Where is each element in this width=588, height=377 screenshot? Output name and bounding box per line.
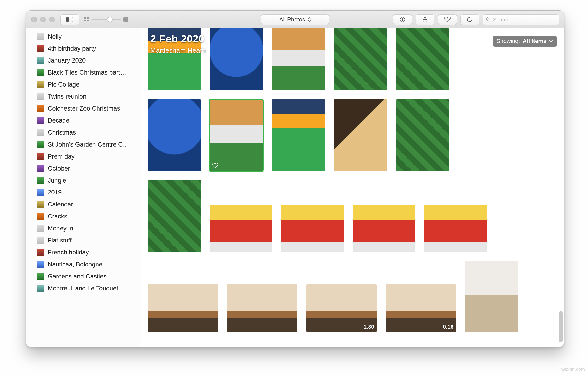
photo-thumbnail[interactable]	[227, 284, 297, 332]
sidebar-item-label: Christmas	[48, 127, 76, 138]
sidebar-item[interactable]: French holiday	[26, 246, 141, 258]
rotate-icon	[467, 17, 473, 22]
sidebar-item-label: Decade	[48, 115, 69, 126]
sidebar-item-label: St John's Garden Centre C…	[48, 139, 129, 150]
album-thumb-icon	[37, 33, 44, 40]
svg-rect-1	[67, 17, 69, 22]
photo-thumbnail-selected[interactable]	[210, 99, 263, 171]
album-thumb-icon	[37, 273, 44, 280]
album-thumb-icon	[37, 45, 44, 52]
album-thumb-icon	[37, 69, 44, 76]
sidebar-item[interactable]: Nauticaa, Bolongne	[26, 258, 141, 270]
video-duration: 0:16	[443, 324, 453, 330]
sidebar-item[interactable]: St John's Garden Centre C…	[26, 138, 141, 150]
grid-large-icon	[123, 17, 128, 22]
fullscreen-window-button[interactable]	[49, 17, 55, 22]
video-duration: 1:30	[364, 324, 374, 330]
gallery: 1:300:16	[141, 28, 564, 342]
toggle-sidebar-button[interactable]	[60, 14, 79, 25]
photo-thumbnail[interactable]: 0:16	[386, 284, 456, 332]
info-icon	[400, 17, 405, 22]
sidebar-item[interactable]: Gardens and Castles	[26, 270, 141, 282]
sidebar-item[interactable]: Prem day	[26, 150, 141, 162]
chevron-down-icon	[549, 40, 553, 42]
search-field[interactable]	[483, 14, 559, 25]
thumbnail-size-control	[84, 17, 128, 22]
minimize-window-button[interactable]	[40, 17, 46, 22]
moment-header: 2 Feb 2020 Martlesham Heath	[150, 33, 206, 54]
scrollbar-thumb[interactable]	[559, 311, 563, 342]
sidebar-item-label: January 2020	[48, 55, 86, 66]
photo-thumbnail[interactable]	[396, 99, 449, 171]
sidebar-item[interactable]: Twins reunion	[26, 90, 141, 102]
sidebar-item[interactable]: Pic Collage	[26, 78, 141, 90]
sidebar-item[interactable]: Nelly	[26, 31, 141, 42]
photo-thumbnail[interactable]	[334, 99, 387, 171]
photo-thumbnail[interactable]	[272, 28, 325, 90]
album-thumb-icon	[37, 57, 44, 64]
album-thumb-icon	[37, 129, 44, 136]
share-button[interactable]	[416, 14, 434, 25]
photo-thumbnail[interactable]	[272, 99, 325, 171]
album-thumb-icon	[37, 225, 44, 232]
photo-thumbnail[interactable]	[281, 205, 344, 252]
sidebar-item[interactable]: Christmas	[26, 126, 141, 138]
photo-grid[interactable]: 2 Feb 2020 Martlesham Heath Showing: All…	[141, 28, 564, 347]
sidebar-item-label: Prem day	[48, 151, 75, 162]
svg-rect-4	[84, 20, 86, 21]
thumbnail-size-slider[interactable]	[92, 19, 121, 20]
sidebar-item[interactable]: Cracks	[26, 210, 141, 222]
sidebar-item[interactable]: 2019	[26, 186, 141, 198]
album-thumb-icon	[37, 81, 44, 88]
sidebar-item[interactable]: Money in	[26, 222, 141, 234]
sidebar-item-label: Nauticaa, Bolongne	[48, 259, 102, 270]
albums-sidebar[interactable]: Nelly4th birthday party!January 2020Blac…	[26, 28, 141, 347]
photo-thumbnail[interactable]	[148, 99, 201, 171]
search-input[interactable]	[493, 16, 556, 23]
rotate-button[interactable]	[460, 14, 479, 25]
photo-thumbnail[interactable]: 1:30	[306, 284, 377, 332]
photo-thumbnail[interactable]	[424, 205, 487, 252]
sidebar-item[interactable]: Flat stuff	[26, 234, 141, 246]
album-thumb-icon	[37, 237, 44, 244]
showing-filter[interactable]: Showing: All Items	[493, 36, 557, 47]
sidebar-item[interactable]: Calendar	[26, 198, 141, 210]
photo-thumbnail[interactable]	[148, 284, 218, 332]
sidebar-item[interactable]: October	[26, 162, 141, 174]
showing-prefix: Showing:	[496, 38, 520, 45]
sidebar-item[interactable]: Jungle	[26, 174, 141, 186]
view-select[interactable]: All Photos	[261, 14, 329, 25]
album-thumb-icon	[37, 213, 44, 220]
photo-thumbnail[interactable]	[210, 205, 272, 252]
slider-thumb[interactable]	[107, 17, 112, 22]
sidebar-item[interactable]: Black Tiles Christmas part…	[26, 66, 141, 78]
album-thumb-icon	[37, 165, 44, 172]
sidebar-item[interactable]: Decade	[26, 114, 141, 126]
favorite-button[interactable]	[438, 14, 457, 25]
photo-thumbnail[interactable]	[353, 205, 415, 252]
sidebar-item[interactable]: January 2020	[26, 54, 141, 66]
close-window-button[interactable]	[31, 17, 37, 22]
album-thumb-icon	[37, 141, 44, 148]
photo-thumbnail[interactable]	[465, 261, 518, 332]
photo-thumbnail[interactable]	[396, 28, 449, 90]
photo-thumbnail[interactable]	[334, 28, 387, 90]
photo-thumbnail[interactable]	[210, 28, 263, 90]
share-icon	[422, 17, 428, 22]
sidebar-item-label: Cracks	[48, 211, 67, 222]
sidebar-item[interactable]: Montreuil and Le Touquet	[26, 282, 141, 294]
showing-value: All Items	[523, 38, 547, 45]
info-button[interactable]	[393, 14, 412, 25]
sidebar-item-label: Calendar	[48, 199, 73, 210]
photo-thumbnail[interactable]	[148, 180, 201, 252]
sidebar-item[interactable]: 4th birthday party!	[26, 42, 141, 54]
album-thumb-icon	[37, 249, 44, 256]
svg-rect-3	[87, 17, 89, 19]
vertical-scrollbar[interactable]	[559, 31, 563, 345]
album-thumb-icon	[37, 261, 44, 268]
sidebar-item[interactable]: Colchester Zoo Christmas	[26, 102, 141, 114]
album-thumb-icon	[37, 285, 44, 292]
favorite-heart-icon	[212, 163, 218, 169]
sidebar-icon	[66, 17, 73, 22]
sidebar-item-label: Pic Collage	[48, 79, 79, 90]
